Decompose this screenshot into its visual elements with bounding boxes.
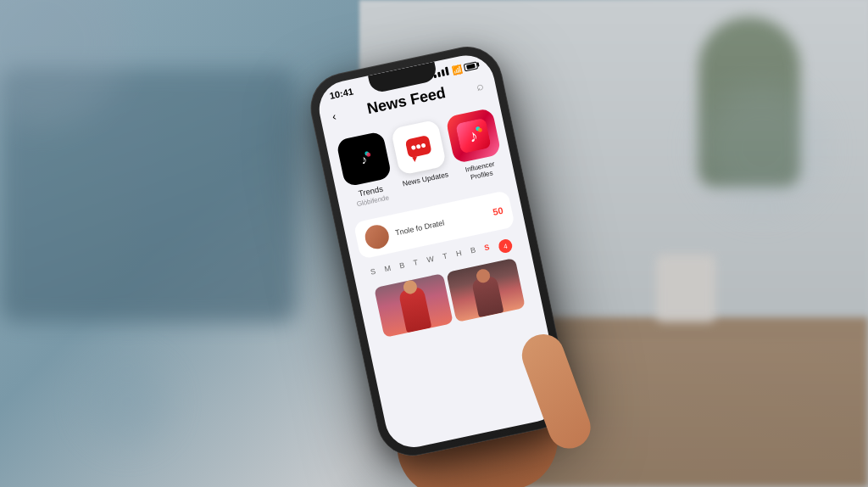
- battery-fill: [466, 63, 476, 69]
- news-icon-svg: [401, 129, 437, 165]
- search-icon[interactable]: ⌕: [476, 78, 485, 92]
- back-chevron: ‹: [331, 109, 337, 123]
- app-icon-trends[interactable]: ♪: [336, 131, 392, 187]
- person-1: [398, 287, 431, 333]
- person-2: [470, 276, 504, 318]
- status-time: 10:41: [329, 86, 354, 101]
- content-card-text: Tnole fo Dratel: [394, 219, 445, 238]
- battery-nub: [477, 62, 480, 66]
- thumb-2[interactable]: [446, 258, 526, 322]
- app-item-influencer[interactable]: ♪ Influencer Profiles: [445, 108, 506, 187]
- thumb-1[interactable]: [374, 273, 453, 338]
- signal-bar-3: [441, 70, 445, 76]
- cal-day-active[interactable]: 4: [498, 238, 514, 255]
- cal-day-t1: T: [413, 258, 420, 272]
- svg-marker-5: [412, 156, 418, 162]
- cal-day-h: H: [455, 249, 464, 263]
- app-label-influencer: Influencer Profiles: [456, 158, 506, 183]
- bokeh-2: [698, 85, 826, 212]
- cal-day-w: W: [426, 255, 437, 269]
- app-item-news[interactable]: News Updates: [391, 120, 452, 199]
- cal-day-m: M: [384, 264, 393, 278]
- bg-mug: [656, 255, 715, 322]
- bokeh-3: [85, 360, 170, 445]
- content-avatar: [363, 223, 391, 251]
- cal-day-s2: S: [483, 243, 491, 257]
- cal-day-b: B: [398, 261, 406, 276]
- signal-bar-2: [437, 72, 441, 77]
- back-button[interactable]: ‹: [331, 109, 337, 123]
- content-card-number: 50: [492, 205, 504, 217]
- app-icon-influencer[interactable]: ♪: [445, 108, 501, 164]
- tiktok-svg: ♪: [348, 143, 380, 175]
- influencer-icon-svg: ♪: [455, 118, 492, 154]
- app-icon-news[interactable]: [391, 120, 447, 176]
- cal-day-s1: S: [370, 267, 377, 282]
- battery-icon: [464, 61, 479, 71]
- signal-bar-4: [445, 67, 449, 76]
- cal-day-t2: T: [442, 252, 449, 266]
- app-item-trends[interactable]: ♪ Trends Glòbifende: [336, 131, 397, 210]
- wifi-icon: 📶: [451, 64, 463, 75]
- cal-day-b2: B: [470, 246, 477, 260]
